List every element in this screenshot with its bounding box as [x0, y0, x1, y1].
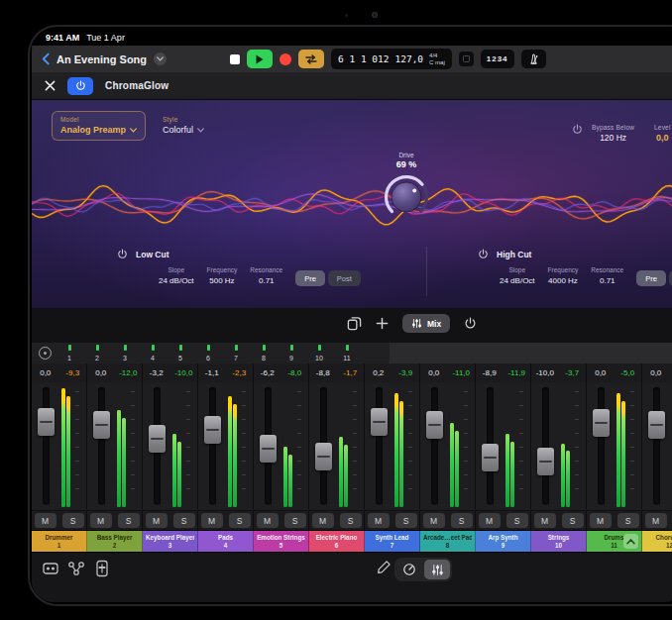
solo-button[interactable]: S: [173, 513, 195, 528]
style-selector[interactable]: Style Colorful: [163, 116, 204, 135]
highcut-slope[interactable]: Slope 24 dB/Oct: [500, 266, 535, 285]
record-button[interactable]: [280, 53, 291, 65]
solo-button[interactable]: S: [118, 513, 140, 528]
plugin-power-button[interactable]: [67, 77, 93, 95]
track-tab[interactable]: Emotion Strings5: [254, 531, 309, 552]
solo-button[interactable]: S: [506, 513, 528, 528]
song-title[interactable]: An Evening Song: [56, 53, 147, 65]
level-meter-left: [561, 444, 565, 508]
bypass-control[interactable]: Bypass Below 120 Hz: [572, 124, 634, 143]
track-tab[interactable]: Bass Player2: [87, 531, 143, 552]
mute-button[interactable]: M: [645, 513, 667, 528]
power-icon: [75, 80, 86, 91]
level-meter-left: [505, 434, 509, 507]
highcut-pre-button[interactable]: Pre: [636, 270, 666, 286]
solo-button[interactable]: S: [62, 513, 84, 528]
solo-button[interactable]: S: [562, 513, 584, 528]
mute-button[interactable]: M: [35, 513, 56, 528]
track-tab[interactable]: Keyboard Player3: [143, 531, 198, 552]
level-control[interactable]: Level 0,0: [654, 124, 671, 143]
mixer-view-button[interactable]: [424, 560, 450, 579]
mute-button[interactable]: M: [534, 513, 556, 528]
highcut-frequency[interactable]: Frequency 4000 Hz: [548, 266, 579, 285]
lowcut-slope[interactable]: Slope 24 dB/Oct: [159, 266, 194, 285]
track-number: 1: [32, 542, 86, 550]
solo-button[interactable]: S: [229, 513, 251, 528]
volume-fader-handle[interactable]: [426, 411, 443, 439]
track-tab[interactable]: Drums11: [587, 531, 642, 552]
knob-view-button[interactable]: [396, 560, 422, 579]
channel-strip: [531, 382, 587, 510]
mute-button[interactable]: M: [257, 513, 279, 528]
highcut-resonance[interactable]: Resonance 0.71: [591, 266, 623, 285]
track-tab[interactable]: Pads4: [198, 531, 254, 552]
song-menu-button[interactable]: [154, 52, 167, 65]
track-tab[interactable]: Chorus V12: [642, 531, 672, 552]
close-plugin-button[interactable]: [45, 80, 56, 91]
drive-knob[interactable]: [381, 171, 432, 223]
mute-button[interactable]: M: [590, 513, 612, 528]
volume-fader-handle[interactable]: [648, 411, 665, 439]
mute-button[interactable]: M: [146, 513, 168, 528]
volume-fader-handle[interactable]: [149, 425, 166, 453]
lowcut-resonance[interactable]: Resonance 0.71: [250, 266, 282, 285]
volume-fader-handle[interactable]: [38, 408, 55, 436]
solo-button[interactable]: S: [395, 513, 417, 528]
lowcut-frequency[interactable]: Frequency 500 Hz: [207, 266, 238, 285]
cycle-button[interactable]: [298, 50, 324, 68]
count-in-button[interactable]: 1234: [481, 50, 514, 68]
routing-button[interactable]: [65, 558, 87, 579]
mute-button[interactable]: M: [368, 513, 390, 528]
mute-button[interactable]: M: [201, 513, 223, 528]
track-tab[interactable]: Drummer1: [32, 531, 87, 552]
low-cut-power-button[interactable]: [117, 249, 128, 259]
circle-dot-icon[interactable]: [39, 347, 52, 360]
collapse-chevron-button[interactable]: [623, 534, 638, 549]
play-button[interactable]: [247, 50, 273, 68]
volume-fader-handle[interactable]: [260, 435, 277, 463]
edit-pencil-button[interactable]: [377, 560, 392, 578]
track-tab[interactable]: Arp Synth9: [476, 531, 531, 552]
lowcut-post-button[interactable]: Post: [328, 270, 361, 286]
duplicate-button[interactable]: [347, 316, 362, 331]
mix-view-button[interactable]: Mix: [402, 314, 450, 333]
volume-fader-handle[interactable]: [371, 408, 388, 436]
add-track-button[interactable]: [376, 317, 389, 330]
channel-strip-button[interactable]: [91, 558, 113, 579]
solo-button[interactable]: S: [617, 513, 639, 528]
track-tab[interactable]: Strings10: [531, 531, 587, 552]
lcd-display[interactable]: 6 1 1 012 127,0 4/4 C maj: [331, 49, 452, 69]
metronome-button[interactable]: [521, 50, 546, 68]
mute-button[interactable]: M: [479, 513, 501, 528]
volume-fader-handle[interactable]: [593, 409, 610, 437]
high-cut-power-button[interactable]: [478, 249, 489, 259]
display-mode-button[interactable]: [459, 52, 474, 66]
back-button[interactable]: [42, 52, 50, 65]
smart-controls-button[interactable]: [40, 558, 61, 579]
stop-button[interactable]: [230, 54, 240, 64]
solo-button[interactable]: S: [340, 513, 362, 528]
volume-fader-handle[interactable]: [315, 443, 332, 470]
level-meter-right: [66, 396, 70, 507]
channel-fader-db: 0,0: [587, 368, 615, 377]
model-selector[interactable]: Model Analog Preamp: [52, 111, 146, 141]
volume-fader-handle[interactable]: [537, 448, 554, 475]
controls-icon: [42, 560, 59, 577]
drive-control[interactable]: Drive 69 %: [372, 152, 441, 223]
cycle-loop-icon: [304, 54, 318, 64]
channel-db-cell: 0,0-5,0: [587, 363, 642, 382]
track-tab[interactable]: Electric Piano6: [309, 531, 365, 552]
bar-ruler[interactable]: 1234567891011: [32, 343, 672, 363]
mute-button[interactable]: M: [423, 513, 445, 528]
volume-fader-handle[interactable]: [204, 416, 221, 444]
volume-fader-handle[interactable]: [482, 444, 499, 471]
mute-button[interactable]: M: [312, 513, 334, 528]
mixer-power-button[interactable]: [464, 317, 477, 330]
lowcut-pre-button[interactable]: Pre: [295, 270, 325, 286]
mute-button[interactable]: M: [90, 513, 112, 528]
volume-fader-handle[interactable]: [93, 411, 110, 439]
track-tab[interactable]: Synth Lead7: [365, 531, 420, 552]
track-tab[interactable]: Arcade…eet Pad8: [420, 531, 476, 552]
solo-button[interactable]: S: [284, 513, 306, 528]
solo-button[interactable]: S: [451, 513, 473, 528]
